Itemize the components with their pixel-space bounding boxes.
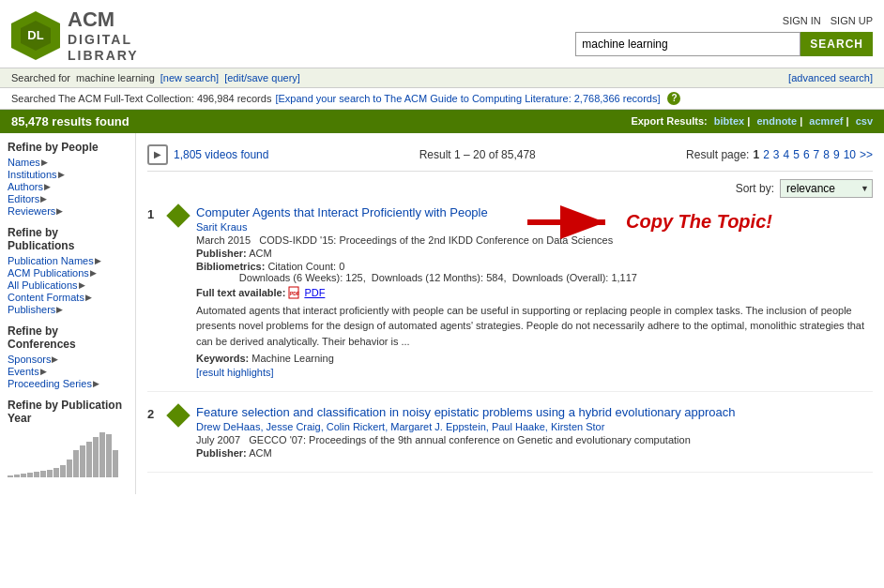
sidebar-conferences-heading: Refine by Conferences [8, 324, 128, 351]
result-bibliometrics: Bibliometrics: Citation Count: 0 Downloa… [196, 261, 873, 283]
export-label: Export Results: [631, 115, 707, 127]
page-9-link[interactable]: 9 [833, 148, 840, 161]
videos-found-link[interactable]: 1,805 videos found [174, 148, 268, 161]
chart-bar [14, 475, 20, 477]
advanced-search-link[interactable]: [advanced search] [788, 72, 873, 83]
result-abstract: Automated agents that interact proficien… [196, 303, 873, 350]
sidebar-item-names[interactable]: Names▶ [8, 157, 128, 168]
sidebar-item-authors[interactable]: Authors▶ [8, 181, 128, 192]
sidebar-item-publication-names[interactable]: Publication Names▶ [8, 255, 128, 266]
chart-bar [93, 437, 99, 477]
result-body: Feature selection and classification in … [196, 405, 873, 460]
sidebar-item-publishers[interactable]: Publishers▶ [8, 304, 128, 315]
result-number: 2 [147, 405, 160, 460]
chart-bar [80, 445, 85, 477]
sort-select[interactable]: relevance date citation count [780, 179, 873, 198]
collection-bar: Searched The ACM Full-Text Collection: 4… [0, 88, 884, 110]
sidebar-item-editors[interactable]: Editors▶ [8, 193, 128, 204]
result-title-link[interactable]: Computer Agents that Interact Proficient… [196, 205, 488, 219]
page-8-link[interactable]: 8 [823, 148, 830, 161]
chart-bar [8, 475, 13, 477]
sidebar-item-institutions[interactable]: Institutions▶ [8, 169, 128, 180]
collection-text: Searched The ACM Full-Text Collection: 4… [11, 93, 271, 104]
export-csv[interactable]: csv [856, 115, 873, 127]
page-2-link[interactable]: 2 [763, 148, 770, 161]
pagination: Result page: 1 2 3 4 5 6 7 8 9 10 >> [686, 148, 873, 161]
new-search-link[interactable]: [new search] [160, 72, 219, 83]
help-icon[interactable]: ? [667, 92, 680, 105]
author-link[interactable]: Jesse Craig [267, 421, 321, 432]
sidebar: Refine by People Names▶ Institutions▶ Au… [0, 133, 136, 494]
chart-bar [86, 442, 92, 477]
play-icon[interactable] [147, 144, 168, 165]
sign-in-link[interactable]: SIGN IN [783, 15, 821, 26]
searched-for-label: Searched for [11, 72, 70, 83]
sign-up-link[interactable]: SIGN UP [831, 15, 873, 26]
search-input[interactable] [575, 32, 800, 56]
sidebar-item-all-publications[interactable]: All Publications▶ [8, 279, 128, 291]
content-area: 1,805 videos found Result 1 – 20 of 85,4… [136, 133, 884, 494]
edit-save-link[interactable]: [edit/save query] [224, 72, 300, 83]
expand-search-link[interactable]: [Expand your search to The ACM Guide to … [275, 93, 660, 104]
export-endnote[interactable]: endnote [756, 115, 797, 127]
sidebar-item-proceeding-series[interactable]: Proceeding Series▶ [8, 378, 128, 389]
video-area: 1,805 videos found [147, 144, 268, 165]
sidebar-item-acm-publications[interactable]: ACM Publications▶ [8, 267, 128, 279]
chart-bar [21, 474, 26, 477]
chart-bar [53, 468, 59, 477]
result-highlights: [result highlights] [196, 367, 873, 378]
author-link[interactable]: Sarit Kraus [196, 221, 247, 233]
search-button[interactable]: SEARCH [800, 32, 873, 56]
next-pages-link[interactable]: >> [860, 148, 873, 161]
author-link[interactable]: Drew DeHaas [196, 421, 260, 432]
author-link[interactable]: Colin Rickert [327, 421, 385, 432]
author-link[interactable]: Paul Haake [492, 421, 545, 432]
sidebar-item-sponsors[interactable]: Sponsors▶ [8, 354, 128, 365]
chart-bar [73, 450, 79, 477]
page-4-link[interactable]: 4 [784, 148, 790, 161]
page-5-link[interactable]: 5 [793, 148, 800, 161]
results-count: 85,478 results found [11, 114, 130, 128]
search-info: Searched for machine learning [new searc… [11, 72, 300, 83]
result-authors: Sarit Kraus [196, 221, 873, 233]
result-publisher: Publisher: ACM [196, 447, 873, 459]
chart-bar [27, 473, 33, 477]
result-authors: Drew DeHaas, Jesse Craig, Colin Rickert,… [196, 421, 873, 432]
pdf-link[interactable]: PDF [304, 287, 325, 298]
result-diamond [166, 404, 190, 428]
acm-logo: DL [11, 11, 60, 60]
result-number: 1 [147, 205, 160, 381]
year-chart [8, 430, 130, 487]
result-icon [168, 205, 189, 381]
sidebar-item-content-formats[interactable]: Content Formats▶ [8, 292, 128, 303]
export-bibtex[interactable]: bibtex [714, 115, 744, 127]
author-link[interactable]: Kirsten Stor [551, 421, 604, 432]
result-title-link[interactable]: Feature selection and classification in … [196, 405, 735, 419]
result-keywords: Keywords: Machine Learning [196, 353, 873, 364]
export-acmref[interactable]: acmref [809, 115, 843, 127]
result-range: Result 1 – 20 of 85,478 [419, 148, 536, 161]
page-10-link[interactable]: 10 [844, 148, 856, 161]
results-header-bar: 85,478 results found Export Results: bib… [0, 110, 884, 133]
header-right: SIGN IN SIGN UP SEARCH [575, 15, 873, 56]
sidebar-item-events[interactable]: Events▶ [8, 366, 128, 377]
page-3-link[interactable]: 3 [773, 148, 780, 161]
result-publisher: Publisher: ACM [196, 248, 873, 259]
sidebar-year-heading: Refine by Publication Year [8, 399, 128, 425]
result-highlights-link[interactable]: [result highlights] [196, 367, 274, 378]
search-query: machine learning [76, 72, 155, 83]
sidebar-people-heading: Refine by People [8, 141, 128, 154]
sort-select-wrapper: relevance date citation count [780, 179, 873, 198]
export-bar: Export Results: bibtex | endnote | acmre… [631, 115, 873, 127]
sidebar-item-reviewers[interactable]: Reviewers▶ [8, 205, 128, 217]
chart-bar [60, 465, 66, 477]
digital-label: DIGITAL [68, 32, 139, 48]
pdf-icon: PDF [288, 286, 301, 299]
result-meta: March 2015 CODS-IKDD '15: Proceedings of… [196, 234, 873, 246]
result-body: Computer Agents that Interact Proficient… [196, 205, 873, 381]
main-layout: Refine by People Names▶ Institutions▶ Au… [0, 133, 884, 494]
result-fulltext: Full text available: PDF PDF [196, 286, 873, 299]
author-link[interactable]: Margaret J. Eppstein [390, 421, 486, 432]
page-6-link[interactable]: 6 [803, 148, 810, 161]
page-7-link[interactable]: 7 [814, 148, 820, 161]
